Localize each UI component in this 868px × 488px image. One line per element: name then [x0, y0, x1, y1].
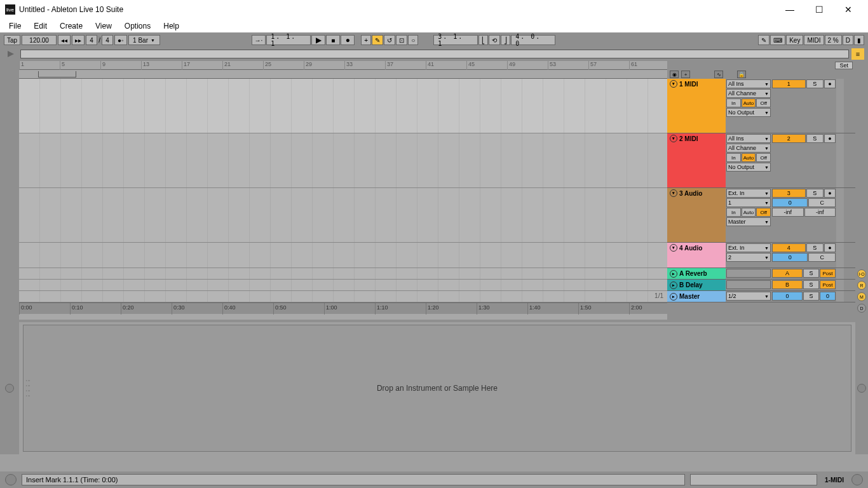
input-channel-select[interactable]: 2▼: [726, 253, 771, 262]
track-header-1-midi[interactable]: ▾1 MIDI All Ins▼ All Channe▼ In Auto Off…: [667, 79, 855, 133]
cue-volume[interactable]: 0: [820, 292, 836, 301]
volume[interactable]: 0: [772, 253, 808, 262]
overload-indicator[interactable]: D: [843, 35, 853, 45]
loop-switch[interactable]: ⟲: [489, 35, 500, 45]
set-marker-button[interactable]: Set: [835, 62, 853, 69]
play-button[interactable]: ▶: [311, 35, 325, 45]
arm-button[interactable]: ●: [824, 79, 836, 88]
nudge-up-button[interactable]: ▸▸: [72, 35, 85, 45]
arrangement-position[interactable]: 1. 1. 1: [266, 35, 311, 45]
delay-section-toggle[interactable]: D: [857, 304, 866, 313]
return-section-toggle[interactable]: R: [857, 281, 866, 290]
arrangement-overview[interactable]: [20, 50, 849, 58]
draw-mode-button[interactable]: ✎: [758, 35, 770, 45]
master-output-select[interactable]: 1/2▼: [726, 292, 771, 301]
monitor-auto-button[interactable]: Auto: [742, 98, 756, 107]
solo-button[interactable]: S: [806, 243, 824, 252]
loop-length[interactable]: 4. 0. 0: [511, 35, 555, 45]
track-activator[interactable]: 4: [772, 243, 806, 252]
tap-tempo-button[interactable]: Tap: [4, 35, 20, 45]
detail-view-toggle[interactable]: [5, 384, 14, 393]
solo-button[interactable]: S: [803, 269, 819, 278]
post-button[interactable]: Post: [820, 280, 836, 289]
midi-map-button[interactable]: MIDI: [804, 35, 824, 45]
track-lane-1[interactable]: [19, 79, 667, 133]
output-select[interactable]: Master▼: [726, 217, 771, 226]
io-section-toggle[interactable]: I·O: [857, 269, 866, 278]
menu-edit[interactable]: Edit: [27, 22, 53, 30]
master-lane[interactable]: 1/1: [19, 291, 667, 302]
volume[interactable]: 0: [772, 198, 808, 207]
master-volume[interactable]: 0: [772, 292, 803, 301]
capture-button[interactable]: ⊡: [396, 35, 407, 45]
tempo-field[interactable]: 120.00: [22, 35, 57, 45]
automation-arm-button[interactable]: ✎: [372, 35, 383, 45]
menu-view[interactable]: View: [89, 22, 118, 30]
monitor-off-button[interactable]: Off: [756, 208, 771, 217]
monitor-off-button[interactable]: Off: [756, 98, 771, 107]
solo-button[interactable]: S: [806, 189, 824, 198]
key-map-button[interactable]: Key: [786, 35, 803, 45]
input-type-select[interactable]: Ext. In▼: [726, 243, 771, 252]
input-channel-select[interactable]: All Channe▼: [726, 89, 771, 98]
fold-button[interactable]: ▾: [670, 135, 677, 142]
monitor-in-button[interactable]: In: [726, 208, 741, 217]
arm-button[interactable]: ●: [824, 134, 836, 143]
fold-button[interactable]: ▸: [670, 270, 677, 278]
track-header-2-midi[interactable]: ▾2 MIDI All Ins▼ All Channe▼ In Auto Off…: [667, 133, 855, 188]
metronome-button[interactable]: ●◦: [114, 35, 127, 45]
return-header-b[interactable]: ▸B Delay B S Post: [667, 280, 855, 291]
computer-midi-keyboard-button[interactable]: ⌨: [770, 35, 785, 45]
monitor-off-button[interactable]: Off: [756, 153, 771, 162]
browser-toggle[interactable]: [4, 48, 18, 60]
record-button[interactable]: ●: [341, 35, 355, 45]
post-button[interactable]: Post: [820, 269, 836, 278]
close-button[interactable]: ✕: [834, 0, 863, 19]
solo-button[interactable]: S: [806, 134, 824, 143]
track-lane-3[interactable]: [19, 188, 667, 243]
monitor-auto-button[interactable]: Auto: [742, 208, 756, 217]
input-channel-select[interactable]: All Channe▼: [726, 144, 771, 152]
lock-envelope-icon[interactable]: 🔒: [737, 71, 746, 78]
master-header[interactable]: ▸Master 1/2▼ 0 S 0: [667, 291, 855, 302]
session-record-button[interactable]: ○: [408, 35, 418, 45]
punch-out-button[interactable]: ⎦: [501, 35, 510, 45]
fold-button[interactable]: ▾: [670, 244, 677, 252]
bar-ruler[interactable]: 15913172125293337414549535761: [19, 61, 667, 70]
loop-brace[interactable]: [38, 71, 76, 78]
menu-options[interactable]: Options: [118, 22, 157, 30]
session-arrangement-toggle[interactable]: ≡: [851, 48, 864, 60]
stop-button[interactable]: ■: [326, 35, 340, 45]
arm-button[interactable]: ●: [824, 189, 836, 198]
track-activator[interactable]: B: [772, 280, 803, 289]
quantize-select[interactable]: 1 Bar▼: [128, 35, 160, 45]
track-activator[interactable]: 3: [772, 189, 806, 198]
punch-in-button[interactable]: ⎣: [478, 35, 488, 45]
loop-start[interactable]: 3. 1. 1: [433, 35, 478, 45]
track-lane-2[interactable]: [19, 133, 667, 188]
track-activator[interactable]: 2: [772, 134, 806, 143]
track-header-4-audio[interactable]: ▾4 Audio Ext. In▼ 2▼ 4 S ● 0 C: [667, 243, 855, 268]
help-view-toggle[interactable]: [5, 474, 17, 485]
sig-numerator[interactable]: 4: [86, 35, 97, 45]
output-select[interactable]: No Output▼: [726, 163, 771, 172]
minimize-button[interactable]: —: [775, 0, 804, 19]
input-type-select[interactable]: Ext. In▼: [726, 189, 771, 198]
track-activator[interactable]: 1: [772, 79, 806, 88]
fold-button[interactable]: ▾: [670, 189, 677, 197]
send-a[interactable]: -inf: [772, 208, 804, 217]
solo-button[interactable]: S: [803, 280, 819, 289]
input-type-select[interactable]: All Ins▼: [726, 134, 771, 143]
send-b[interactable]: -inf: [804, 208, 836, 217]
menu-create[interactable]: Create: [53, 22, 89, 30]
sig-denominator[interactable]: 4: [102, 35, 113, 45]
automation-envelope-icon[interactable]: ∿: [714, 71, 723, 78]
detail-resize-handle[interactable]: ⋮⋮⋮⋮: [25, 378, 31, 398]
reenable-automation-button[interactable]: ↺: [384, 35, 395, 45]
loop-brace-region[interactable]: [19, 70, 667, 79]
pan[interactable]: C: [808, 253, 836, 262]
back-to-arrangement-icon[interactable]: ◉: [670, 71, 679, 78]
monitor-auto-button[interactable]: Auto: [742, 153, 756, 162]
return-lane-a[interactable]: [19, 268, 667, 280]
maximize-button[interactable]: ☐: [804, 0, 834, 19]
